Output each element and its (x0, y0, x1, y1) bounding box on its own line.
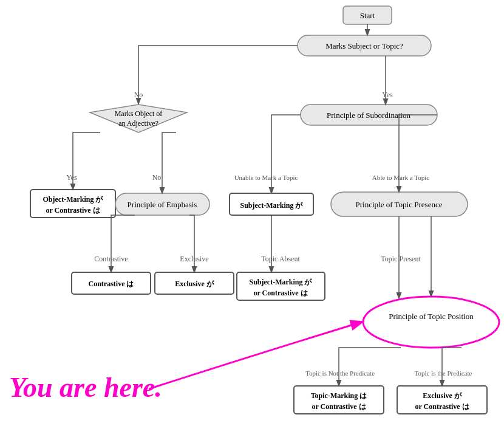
svg-text:Object-Marking が: Object-Marking が (43, 195, 104, 204)
svg-text:Yes: Yes (382, 91, 393, 99)
svg-text:or Contrastive は: or Contrastive は (46, 206, 100, 215)
svg-text:or Contrastive は: or Contrastive は (415, 402, 469, 411)
svg-text:Yes: Yes (66, 173, 77, 182)
diagram: Start Marks Subject or Topic? No Yes Mar… (0, 0, 504, 440)
svg-text:Exclusive が: Exclusive が (423, 391, 462, 400)
svg-text:Topic Present: Topic Present (381, 255, 421, 263)
sub-label: Principle of Subordination (327, 111, 410, 120)
svg-text:Able to Mark a Topic: Able to Mark a Topic (372, 174, 429, 181)
svg-text:Topic-Marking は: Topic-Marking は (311, 391, 367, 400)
svg-text:an Adjective?: an Adjective? (118, 119, 158, 128)
svg-text:Topic is the Predicate: Topic is the Predicate (415, 370, 472, 377)
svg-text:Exclusive が: Exclusive が (175, 280, 214, 288)
emphasis-label: Principle of Emphasis (128, 200, 197, 209)
svg-text:Unable to Mark a Topic: Unable to Mark a Topic (234, 174, 298, 181)
svg-text:Topic Absent: Topic Absent (261, 255, 300, 263)
svg-text:Marks Object of: Marks Object of (115, 109, 163, 118)
svg-text:No: No (152, 173, 162, 182)
topic-position-label: Principle of Topic Position (389, 312, 474, 321)
start-label: Start (360, 11, 375, 20)
svg-text:or Contrastive は: or Contrastive は (312, 402, 366, 411)
svg-text:Topic is Not the Predicate: Topic is Not the Predicate (305, 370, 375, 377)
svg-text:or Contrastive は: or Contrastive は (253, 289, 307, 297)
svg-text:Subject-Marking が: Subject-Marking が (250, 278, 313, 286)
svg-point-29 (363, 297, 499, 348)
topic-presence-label: Principle of Topic Presence (356, 200, 443, 209)
you-are-here-text: You are here. (9, 373, 162, 404)
q1-label: Marks Subject or Topic? (325, 41, 403, 50)
svg-text:Contrastive は: Contrastive は (89, 280, 134, 288)
svg-text:Subject-Marking が: Subject-Marking が (240, 201, 304, 210)
